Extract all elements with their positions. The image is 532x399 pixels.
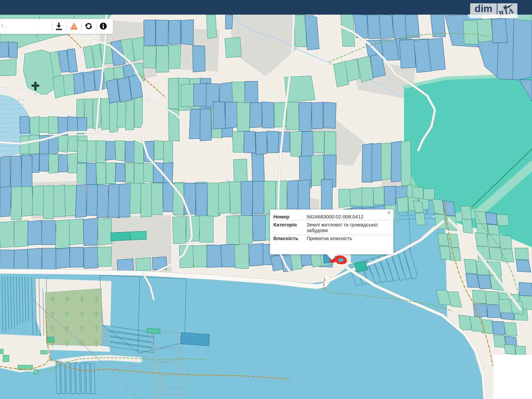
svg-text:!: ! [73, 25, 75, 30]
